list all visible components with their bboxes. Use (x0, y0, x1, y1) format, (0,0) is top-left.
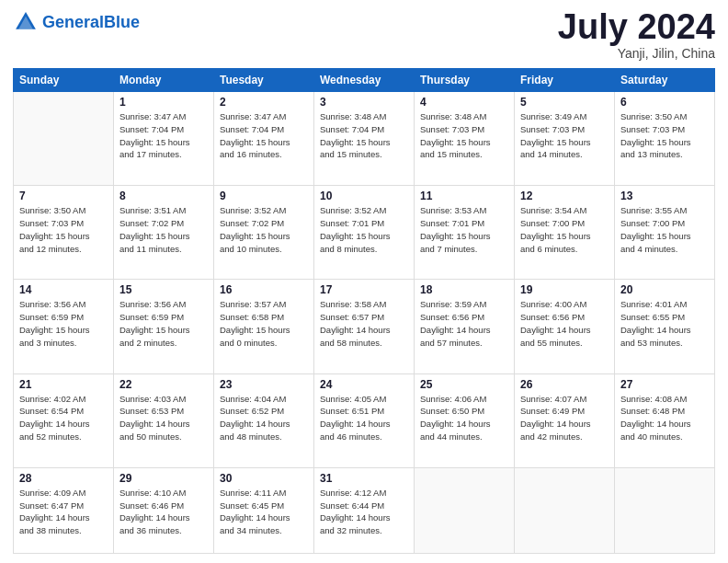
week-row-1: 1Sunrise: 3:47 AMSunset: 7:04 PMDaylight… (14, 92, 715, 186)
calendar-cell: 24Sunrise: 4:05 AMSunset: 6:51 PMDayligh… (314, 373, 415, 467)
day-number: 11 (420, 190, 508, 202)
calendar-cell: 8Sunrise: 3:51 AMSunset: 7:02 PMDaylight… (114, 186, 214, 280)
calendar-cell: 13Sunrise: 3:55 AMSunset: 7:00 PMDayligh… (615, 186, 715, 280)
logo-regular: General (42, 13, 104, 31)
day-info: Sunrise: 4:10 AMSunset: 6:46 PMDaylight:… (119, 487, 208, 537)
calendar-cell: 4Sunrise: 3:48 AMSunset: 7:03 PMDaylight… (415, 92, 515, 186)
col-header-wednesday: Wednesday (314, 69, 415, 92)
calendar-cell: 17Sunrise: 3:58 AMSunset: 6:57 PMDayligh… (314, 280, 415, 373)
main-title: July 2024 (558, 9, 715, 44)
day-info: Sunrise: 3:50 AMSunset: 7:03 PMDaylight:… (620, 110, 709, 161)
day-info: Sunrise: 3:48 AMSunset: 7:03 PMDaylight:… (420, 110, 508, 161)
day-number: 20 (620, 283, 709, 296)
day-number: 13 (620, 190, 709, 202)
calendar-cell: 10Sunrise: 3:52 AMSunset: 7:01 PMDayligh… (314, 186, 415, 280)
day-number: 17 (320, 283, 408, 296)
day-number: 15 (119, 283, 208, 296)
calendar-cell: 1Sunrise: 3:47 AMSunset: 7:04 PMDaylight… (114, 92, 214, 186)
calendar-cell: 22Sunrise: 4:03 AMSunset: 6:53 PMDayligh… (114, 373, 214, 467)
day-info: Sunrise: 3:56 AMSunset: 6:59 PMDaylight:… (19, 298, 108, 349)
day-number: 19 (520, 283, 609, 296)
day-info: Sunrise: 3:54 AMSunset: 7:00 PMDaylight:… (520, 204, 609, 255)
calendar-cell: 29Sunrise: 4:10 AMSunset: 6:46 PMDayligh… (114, 467, 214, 553)
col-header-tuesday: Tuesday (214, 69, 314, 92)
day-info: Sunrise: 4:00 AMSunset: 6:56 PMDaylight:… (520, 298, 609, 349)
day-info: Sunrise: 3:50 AMSunset: 7:03 PMDaylight:… (19, 204, 108, 255)
title-block: July 2024 Yanji, Jilin, China (558, 9, 715, 61)
calendar-cell: 3Sunrise: 3:48 AMSunset: 7:04 PMDaylight… (314, 92, 415, 186)
calendar-cell: 15Sunrise: 3:56 AMSunset: 6:59 PMDayligh… (114, 280, 214, 373)
col-header-monday: Monday (114, 69, 214, 92)
col-header-saturday: Saturday (615, 69, 715, 92)
calendar-cell: 9Sunrise: 3:52 AMSunset: 7:02 PMDaylight… (214, 186, 314, 280)
subtitle: Yanji, Jilin, China (558, 46, 715, 61)
calendar-cell: 30Sunrise: 4:11 AMSunset: 6:45 PMDayligh… (214, 467, 314, 553)
day-info: Sunrise: 4:04 AMSunset: 6:52 PMDaylight:… (220, 393, 308, 443)
day-info: Sunrise: 3:58 AMSunset: 6:57 PMDaylight:… (320, 298, 408, 349)
day-number: 14 (19, 283, 108, 296)
day-number: 2 (220, 96, 308, 109)
day-info: Sunrise: 3:48 AMSunset: 7:04 PMDaylight:… (320, 110, 408, 161)
calendar-cell: 21Sunrise: 4:02 AMSunset: 6:54 PMDayligh… (14, 373, 114, 467)
calendar-cell: 2Sunrise: 3:47 AMSunset: 7:04 PMDaylight… (214, 92, 314, 186)
calendar-table: SundayMondayTuesdayWednesdayThursdayFrid… (13, 68, 715, 554)
calendar-cell: 11Sunrise: 3:53 AMSunset: 7:01 PMDayligh… (415, 186, 515, 280)
day-info: Sunrise: 3:51 AMSunset: 7:02 PMDaylight:… (119, 204, 208, 255)
day-number: 5 (520, 96, 609, 109)
day-number: 1 (119, 96, 208, 109)
day-info: Sunrise: 4:08 AMSunset: 6:48 PMDaylight:… (620, 393, 709, 443)
day-number: 29 (119, 472, 208, 485)
col-header-friday: Friday (515, 69, 615, 92)
day-info: Sunrise: 4:11 AMSunset: 6:45 PMDaylight:… (220, 487, 308, 537)
calendar-cell: 18Sunrise: 3:59 AMSunset: 6:56 PMDayligh… (415, 280, 515, 373)
day-info: Sunrise: 3:49 AMSunset: 7:03 PMDaylight:… (520, 110, 609, 161)
day-number: 6 (620, 96, 709, 109)
day-number: 10 (320, 190, 408, 202)
day-info: Sunrise: 3:52 AMSunset: 7:01 PMDaylight:… (320, 204, 408, 255)
day-info: Sunrise: 4:07 AMSunset: 6:49 PMDaylight:… (520, 393, 609, 443)
day-info: Sunrise: 3:59 AMSunset: 6:56 PMDaylight:… (420, 298, 508, 349)
day-number: 28 (19, 472, 108, 485)
calendar-header-row: SundayMondayTuesdayWednesdayThursdayFrid… (14, 69, 715, 92)
day-number: 22 (119, 378, 208, 391)
calendar-cell: 26Sunrise: 4:07 AMSunset: 6:49 PMDayligh… (515, 373, 615, 467)
calendar-cell: 16Sunrise: 3:57 AMSunset: 6:58 PMDayligh… (214, 280, 314, 373)
day-number: 24 (320, 378, 408, 391)
week-row-4: 21Sunrise: 4:02 AMSunset: 6:54 PMDayligh… (14, 373, 715, 467)
calendar-cell (615, 467, 715, 553)
calendar-cell (515, 467, 615, 553)
day-info: Sunrise: 4:12 AMSunset: 6:44 PMDaylight:… (320, 487, 408, 537)
day-number: 16 (220, 283, 308, 296)
calendar-cell: 27Sunrise: 4:08 AMSunset: 6:48 PMDayligh… (615, 373, 715, 467)
day-info: Sunrise: 4:03 AMSunset: 6:53 PMDaylight:… (119, 393, 208, 443)
calendar-cell: 6Sunrise: 3:50 AMSunset: 7:03 PMDaylight… (615, 92, 715, 186)
calendar-cell: 31Sunrise: 4:12 AMSunset: 6:44 PMDayligh… (314, 467, 415, 553)
calendar-cell: 12Sunrise: 3:54 AMSunset: 7:00 PMDayligh… (515, 186, 615, 280)
calendar-cell: 25Sunrise: 4:06 AMSunset: 6:50 PMDayligh… (415, 373, 515, 467)
day-number: 27 (620, 378, 709, 391)
day-info: Sunrise: 3:53 AMSunset: 7:01 PMDaylight:… (420, 204, 508, 255)
day-info: Sunrise: 4:01 AMSunset: 6:55 PMDaylight:… (620, 298, 709, 349)
calendar-cell: 28Sunrise: 4:09 AMSunset: 6:47 PMDayligh… (14, 467, 114, 553)
col-header-sunday: Sunday (14, 69, 114, 92)
day-number: 8 (119, 190, 208, 202)
calendar-cell: 20Sunrise: 4:01 AMSunset: 6:55 PMDayligh… (615, 280, 715, 373)
day-number: 7 (19, 190, 108, 202)
day-number: 26 (520, 378, 609, 391)
calendar-cell: 19Sunrise: 4:00 AMSunset: 6:56 PMDayligh… (515, 280, 615, 373)
logo-icon (13, 9, 39, 35)
day-number: 9 (220, 190, 308, 202)
day-number: 18 (420, 283, 508, 296)
day-number: 25 (420, 378, 508, 391)
week-row-3: 14Sunrise: 3:56 AMSunset: 6:59 PMDayligh… (14, 280, 715, 373)
day-number: 31 (320, 472, 408, 485)
header: GeneralBlue July 2024 Yanji, Jilin, Chin… (13, 9, 715, 61)
day-info: Sunrise: 3:56 AMSunset: 6:59 PMDaylight:… (119, 298, 208, 349)
day-info: Sunrise: 3:47 AMSunset: 7:04 PMDaylight:… (119, 110, 208, 161)
day-number: 3 (320, 96, 408, 109)
day-number: 4 (420, 96, 508, 109)
calendar-cell: 7Sunrise: 3:50 AMSunset: 7:03 PMDaylight… (14, 186, 114, 280)
page: GeneralBlue July 2024 Yanji, Jilin, Chin… (0, 0, 728, 563)
logo-blue: Blue (104, 13, 140, 31)
week-row-5: 28Sunrise: 4:09 AMSunset: 6:47 PMDayligh… (14, 467, 715, 553)
